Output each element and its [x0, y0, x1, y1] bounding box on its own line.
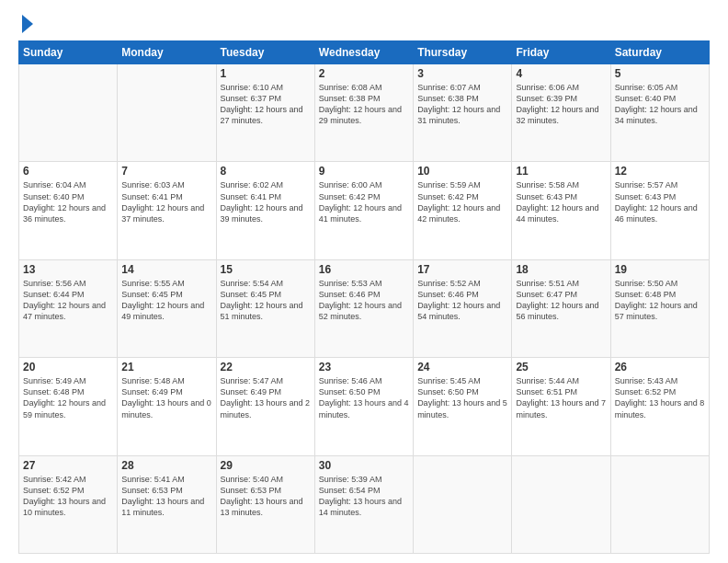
day-of-week-header: Monday: [118, 41, 216, 64]
day-number: 1: [221, 67, 311, 80]
cell-text: Sunrise: 6:08 AM Sunset: 6:38 PM Dayligh…: [319, 82, 409, 127]
cell-text: Sunrise: 5:54 AM Sunset: 6:45 PM Dayligh…: [221, 278, 311, 323]
calendar-cell: 27Sunrise: 5:42 AM Sunset: 6:52 PM Dayli…: [19, 455, 118, 553]
cell-text: Sunrise: 5:47 AM Sunset: 6:49 PM Dayligh…: [221, 375, 311, 420]
day-number: 13: [23, 263, 113, 276]
cell-text: Sunrise: 5:45 AM Sunset: 6:50 PM Dayligh…: [417, 375, 507, 420]
calendar-cell: 29Sunrise: 5:40 AM Sunset: 6:53 PM Dayli…: [216, 455, 314, 553]
day-of-week-header: Saturday: [610, 41, 709, 64]
calendar-cell: 8Sunrise: 6:02 AM Sunset: 6:41 PM Daylig…: [216, 162, 314, 259]
calendar-cell: 30Sunrise: 5:39 AM Sunset: 6:54 PM Dayli…: [314, 455, 413, 553]
day-number: 10: [417, 165, 507, 178]
logo-triangle-icon: [22, 15, 33, 33]
cell-text: Sunrise: 5:59 AM Sunset: 6:42 PM Dayligh…: [417, 179, 507, 224]
day-number: 4: [516, 67, 606, 80]
calendar-week-row: 27Sunrise: 5:42 AM Sunset: 6:52 PM Dayli…: [19, 455, 710, 553]
cell-text: Sunrise: 6:02 AM Sunset: 6:41 PM Dayligh…: [221, 179, 311, 224]
day-number: 25: [516, 361, 606, 373]
calendar-cell: 12Sunrise: 5:57 AM Sunset: 6:43 PM Dayli…: [610, 162, 709, 259]
day-number: 19: [615, 263, 705, 276]
calendar-table: SundayMondayTuesdayWednesdayThursdayFrid…: [18, 40, 710, 554]
day-number: 3: [417, 67, 507, 80]
calendar-cell: 3Sunrise: 6:07 AM Sunset: 6:38 PM Daylig…: [414, 64, 512, 162]
cell-text: Sunrise: 6:04 AM Sunset: 6:40 PM Dayligh…: [23, 179, 113, 224]
day-of-week-header: Sunday: [19, 41, 118, 64]
calendar-cell: 7Sunrise: 6:03 AM Sunset: 6:41 PM Daylig…: [118, 162, 216, 259]
cell-text: Sunrise: 5:53 AM Sunset: 6:46 PM Dayligh…: [319, 278, 409, 323]
calendar-cell: 24Sunrise: 5:45 AM Sunset: 6:50 PM Dayli…: [414, 358, 512, 455]
day-of-week-header: Wednesday: [314, 41, 413, 64]
cell-text: Sunrise: 5:49 AM Sunset: 6:48 PM Dayligh…: [23, 375, 113, 420]
calendar-cell: 5Sunrise: 6:05 AM Sunset: 6:40 PM Daylig…: [610, 64, 709, 162]
day-of-week-header: Friday: [512, 41, 610, 64]
calendar-cell: [19, 64, 118, 162]
cell-text: Sunrise: 5:51 AM Sunset: 6:47 PM Dayligh…: [516, 278, 606, 323]
calendar-cell: [512, 455, 610, 553]
calendar-cell: 21Sunrise: 5:48 AM Sunset: 6:49 PM Dayli…: [118, 358, 216, 455]
day-number: 5: [615, 67, 705, 80]
calendar-cell: 2Sunrise: 6:08 AM Sunset: 6:38 PM Daylig…: [314, 64, 413, 162]
day-of-week-header: Thursday: [414, 41, 512, 64]
calendar-cell: 18Sunrise: 5:51 AM Sunset: 6:47 PM Dayli…: [512, 259, 610, 357]
day-number: 2: [319, 67, 409, 80]
calendar-cell: [118, 64, 216, 162]
cell-text: Sunrise: 5:42 AM Sunset: 6:52 PM Dayligh…: [23, 474, 113, 519]
cell-text: Sunrise: 5:46 AM Sunset: 6:50 PM Dayligh…: [319, 375, 409, 420]
cell-text: Sunrise: 5:43 AM Sunset: 6:52 PM Dayligh…: [615, 375, 705, 420]
cell-text: Sunrise: 5:58 AM Sunset: 6:43 PM Dayligh…: [516, 179, 606, 224]
day-number: 23: [319, 361, 409, 373]
calendar-cell: [610, 455, 709, 553]
calendar-cell: 22Sunrise: 5:47 AM Sunset: 6:49 PM Dayli…: [216, 358, 314, 455]
header: [18, 15, 710, 33]
calendar-cell: 28Sunrise: 5:41 AM Sunset: 6:53 PM Dayli…: [118, 455, 216, 553]
day-number: 18: [516, 263, 606, 276]
cell-text: Sunrise: 6:10 AM Sunset: 6:37 PM Dayligh…: [221, 82, 311, 127]
day-number: 16: [319, 263, 409, 276]
cell-text: Sunrise: 6:03 AM Sunset: 6:41 PM Dayligh…: [121, 179, 211, 224]
cell-text: Sunrise: 5:40 AM Sunset: 6:53 PM Dayligh…: [221, 474, 311, 519]
calendar-cell: 14Sunrise: 5:55 AM Sunset: 6:45 PM Dayli…: [118, 259, 216, 357]
day-number: 9: [319, 165, 409, 178]
calendar-week-row: 6Sunrise: 6:04 AM Sunset: 6:40 PM Daylig…: [19, 162, 710, 259]
cell-text: Sunrise: 5:41 AM Sunset: 6:53 PM Dayligh…: [121, 474, 211, 519]
cell-text: Sunrise: 5:56 AM Sunset: 6:44 PM Dayligh…: [23, 278, 113, 323]
day-number: 29: [221, 459, 311, 472]
day-number: 15: [221, 263, 311, 276]
day-number: 17: [417, 263, 507, 276]
cell-text: Sunrise: 5:44 AM Sunset: 6:51 PM Dayligh…: [516, 375, 606, 420]
calendar-cell: 26Sunrise: 5:43 AM Sunset: 6:52 PM Dayli…: [610, 358, 709, 455]
calendar-cell: 11Sunrise: 5:58 AM Sunset: 6:43 PM Dayli…: [512, 162, 610, 259]
day-number: 11: [516, 165, 606, 178]
day-number: 14: [121, 263, 211, 276]
calendar-cell: 16Sunrise: 5:53 AM Sunset: 6:46 PM Dayli…: [314, 259, 413, 357]
day-of-week-header: Tuesday: [216, 41, 314, 64]
cell-text: Sunrise: 6:05 AM Sunset: 6:40 PM Dayligh…: [615, 82, 705, 127]
calendar-cell: 23Sunrise: 5:46 AM Sunset: 6:50 PM Dayli…: [314, 358, 413, 455]
day-number: 6: [23, 165, 113, 178]
day-number: 26: [615, 361, 705, 373]
calendar-cell: 15Sunrise: 5:54 AM Sunset: 6:45 PM Dayli…: [216, 259, 314, 357]
cell-text: Sunrise: 6:00 AM Sunset: 6:42 PM Dayligh…: [319, 179, 409, 224]
logo: [18, 15, 33, 33]
calendar-cell: 17Sunrise: 5:52 AM Sunset: 6:46 PM Dayli…: [414, 259, 512, 357]
day-number: 30: [319, 459, 409, 472]
day-number: 24: [417, 361, 507, 373]
cell-text: Sunrise: 5:50 AM Sunset: 6:48 PM Dayligh…: [615, 278, 705, 323]
day-number: 8: [221, 165, 311, 178]
calendar-cell: 20Sunrise: 5:49 AM Sunset: 6:48 PM Dayli…: [19, 358, 118, 455]
cell-text: Sunrise: 5:39 AM Sunset: 6:54 PM Dayligh…: [319, 474, 409, 519]
calendar-header-row: SundayMondayTuesdayWednesdayThursdayFrid…: [19, 41, 710, 64]
cell-text: Sunrise: 5:48 AM Sunset: 6:49 PM Dayligh…: [121, 375, 211, 420]
calendar-cell: 19Sunrise: 5:50 AM Sunset: 6:48 PM Dayli…: [610, 259, 709, 357]
calendar-cell: 1Sunrise: 6:10 AM Sunset: 6:37 PM Daylig…: [216, 64, 314, 162]
calendar-week-row: 13Sunrise: 5:56 AM Sunset: 6:44 PM Dayli…: [19, 259, 710, 357]
cell-text: Sunrise: 6:06 AM Sunset: 6:39 PM Dayligh…: [516, 82, 606, 127]
day-number: 27: [23, 459, 113, 472]
calendar-cell: 4Sunrise: 6:06 AM Sunset: 6:39 PM Daylig…: [512, 64, 610, 162]
day-number: 20: [23, 361, 113, 373]
cell-text: Sunrise: 5:52 AM Sunset: 6:46 PM Dayligh…: [417, 278, 507, 323]
cell-text: Sunrise: 5:55 AM Sunset: 6:45 PM Dayligh…: [121, 278, 211, 323]
day-number: 12: [615, 165, 705, 178]
calendar-cell: 10Sunrise: 5:59 AM Sunset: 6:42 PM Dayli…: [414, 162, 512, 259]
calendar-cell: 6Sunrise: 6:04 AM Sunset: 6:40 PM Daylig…: [19, 162, 118, 259]
